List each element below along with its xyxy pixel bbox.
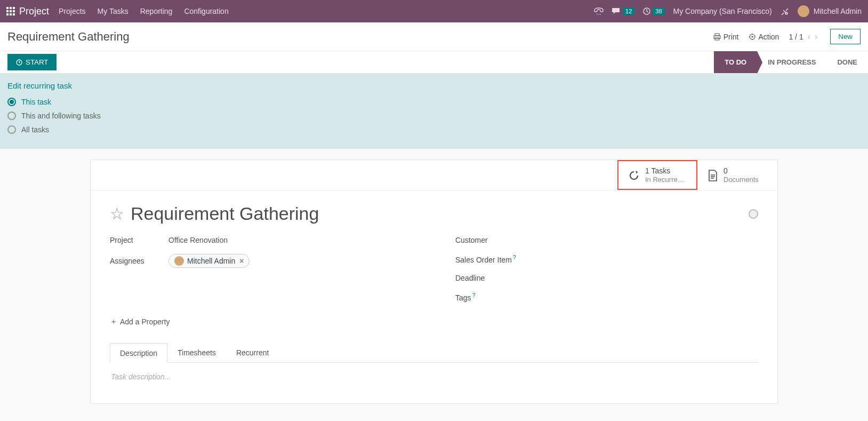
value-project[interactable]: Office Renovation [168, 236, 228, 244]
task-title[interactable]: Requirement Gathering [131, 203, 319, 224]
app-brand[interactable]: Project [19, 6, 49, 17]
stat-docs-count: 0 [724, 166, 759, 176]
tabs: Description Timesheets Recurrent [110, 343, 758, 363]
user-menu[interactable]: Mitchell Admin [798, 5, 862, 17]
tab-description[interactable]: Description [110, 343, 167, 363]
pager-text: 1 / 1 [789, 33, 803, 41]
radio-icon [7, 112, 16, 120]
stat-tasks-count: 1 Tasks [645, 166, 685, 176]
label-customer: Customer [455, 236, 530, 244]
svg-rect-2 [13, 7, 15, 9]
nav-link-mytasks[interactable]: My Tasks [98, 7, 128, 15]
messages-count: 12 [623, 7, 634, 15]
svg-point-9 [597, 14, 598, 15]
description-textarea[interactable]: Task description... [110, 363, 758, 391]
stat-docs-sub: Documents [724, 176, 759, 184]
stat-documents[interactable]: 0 Documents [697, 160, 777, 190]
label-assignees: Assignees [110, 257, 158, 265]
svg-rect-14 [715, 34, 719, 36]
company-name[interactable]: My Company (San Francisco) [673, 7, 772, 15]
add-property-button[interactable]: ＋ Add a Property [110, 317, 758, 327]
favorite-star-icon[interactable]: ☆ [110, 204, 124, 223]
svg-rect-8 [13, 13, 15, 15]
messages-indicator[interactable]: 12 [612, 7, 634, 15]
svg-rect-5 [13, 10, 15, 12]
radio-this-task[interactable]: This task [7, 98, 861, 106]
svg-rect-6 [6, 13, 9, 15]
assignee-name: Mitchell Admin [187, 257, 235, 265]
svg-rect-1 [10, 7, 12, 9]
assignee-chip[interactable]: Mitchell Admin × [168, 254, 250, 268]
user-name: Mitchell Admin [814, 7, 862, 15]
radio-icon [7, 98, 16, 106]
phone-icon[interactable] [594, 6, 604, 15]
label-deadline: Deadline [455, 274, 530, 282]
stat-tasks-sub: In Recurre… [645, 176, 685, 184]
help-icon[interactable]: ? [472, 292, 476, 298]
nav-link-configuration[interactable]: Configuration [184, 7, 228, 15]
stat-tasks-recurrence[interactable]: 1 Tasks In Recurre… [617, 160, 697, 190]
nav-link-reporting[interactable]: Reporting [140, 7, 173, 15]
print-button[interactable]: Print [713, 33, 739, 41]
activities-indicator[interactable]: 38 [643, 7, 664, 15]
avatar [174, 256, 184, 266]
pager-next[interactable]: › [815, 32, 817, 42]
stage-done[interactable]: DONE [826, 51, 868, 73]
radio-all-tasks[interactable]: All tasks [7, 125, 861, 134]
start-button[interactable]: START [7, 54, 57, 70]
stage-inprogress[interactable]: IN PROGRESS [757, 51, 826, 73]
pager: 1 / 1 ‹ › [789, 32, 817, 42]
status-bar: START TO DO IN PROGRESS DONE [0, 51, 868, 74]
label-soi: Sales Order Item? [455, 254, 530, 264]
svg-point-11 [600, 14, 601, 15]
svg-rect-7 [10, 13, 12, 15]
svg-point-10 [598, 14, 599, 15]
stage-todo[interactable]: TO DO [714, 51, 757, 73]
apps-icon[interactable] [6, 7, 15, 15]
label-project: Project [110, 236, 158, 244]
action-button[interactable]: Action [749, 33, 779, 41]
plus-icon: ＋ [110, 317, 117, 327]
recurring-title: Edit recurring task [7, 81, 861, 90]
svg-rect-3 [6, 10, 9, 12]
card-stats: 1 Tasks In Recurre… 0 Documents [91, 160, 777, 190]
debug-icon[interactable] [781, 6, 789, 15]
radio-icon [7, 125, 16, 134]
task-card: 1 Tasks In Recurre… 0 Documents ☆ Requir… [90, 160, 778, 404]
new-button[interactable]: New [830, 29, 861, 44]
remove-icon[interactable]: × [239, 257, 244, 265]
svg-rect-4 [10, 10, 12, 12]
pager-prev[interactable]: ‹ [808, 32, 810, 42]
svg-point-18 [751, 36, 753, 37]
document-icon [708, 168, 718, 182]
radio-this-following[interactable]: This and following tasks [7, 112, 861, 120]
avatar [798, 5, 809, 17]
recurring-panel: Edit recurring task This task This and f… [0, 74, 868, 149]
priority-indicator[interactable] [749, 209, 758, 219]
tab-recurrent[interactable]: Recurrent [226, 343, 279, 362]
stages: TO DO IN PROGRESS DONE [714, 51, 868, 73]
svg-rect-0 [6, 7, 9, 9]
header-row: Requirement Gathering Print Action 1 / 1… [0, 22, 868, 51]
top-navbar: Project Projects My Tasks Reporting Conf… [0, 0, 868, 22]
help-icon[interactable]: ? [513, 254, 516, 260]
nav-links: Projects My Tasks Reporting Configuratio… [59, 7, 229, 15]
activities-count: 38 [653, 7, 664, 15]
label-tags: Tags? [455, 292, 530, 302]
nav-link-projects[interactable]: Projects [59, 7, 86, 15]
tab-timesheets[interactable]: Timesheets [167, 343, 226, 362]
breadcrumb: Requirement Gathering [7, 30, 130, 44]
refresh-icon [628, 168, 640, 182]
